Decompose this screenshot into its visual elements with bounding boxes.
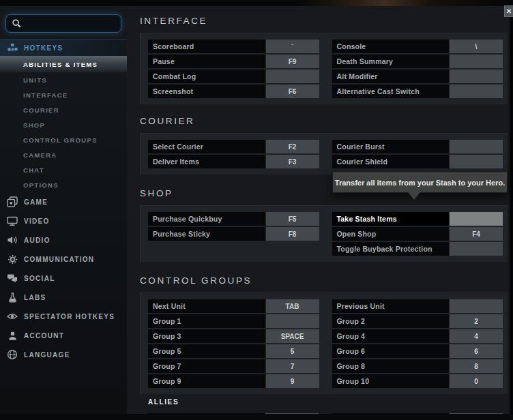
hotkey-binding[interactable]: TAB	[266, 299, 319, 313]
hotkey-binding[interactable]: F6	[266, 85, 319, 98]
hotkey-row-console[interactable]: Console \	[332, 40, 503, 53]
hotkey-row-scoreboard[interactable]: Scoreboard `	[148, 40, 319, 53]
sidebar-item-labs[interactable]: LABS	[0, 288, 127, 307]
hotkey-binding[interactable]	[450, 140, 503, 153]
hotkey-row-group-2[interactable]: Group 2 2	[332, 314, 503, 328]
sidebar-item-game[interactable]: GAME	[0, 192, 127, 211]
hotkey-row-group-1[interactable]: Group 1	[148, 314, 319, 328]
hotkey-row-courier-burst[interactable]: Courier Burst	[332, 140, 503, 153]
hotkey-binding[interactable]: F5	[266, 212, 319, 226]
hotkey-binding[interactable]	[450, 242, 503, 256]
sidebar-item-audio[interactable]: AUDIO	[0, 230, 127, 250]
hotkey-binding[interactable]	[450, 85, 503, 98]
hotkey-binding[interactable]: 5	[266, 344, 319, 358]
hotkey-binding[interactable]: 8	[450, 359, 503, 373]
hotkey-row-pause[interactable]: Pause F9	[148, 55, 319, 68]
settings-sidebar: HOTKEYS ABILITIES & ITEMS UNITS INTERFAC…	[0, 6, 127, 414]
hotkey-row-combat-log[interactable]: Combat Log	[148, 70, 319, 83]
chat-bubbles-icon	[7, 273, 18, 284]
audio-icon	[7, 235, 18, 245]
globe-icon	[7, 349, 18, 360]
hotkey-binding[interactable]: F8	[266, 227, 319, 241]
hotkey-binding[interactable]: SPACE	[266, 329, 319, 343]
hotkey-row-toggle-buyback-protection[interactable]: Toggle Buyback Protection	[332, 242, 503, 256]
sidebar-item-abilities-items[interactable]: ABILITIES & ITEMS	[0, 56, 127, 72]
hotkey-action-label: Next Unit	[148, 299, 265, 313]
hotkeys-settings-main: INTERFACE Scoreboard ` Console \ Pause F…	[127, 6, 510, 414]
hotkey-action-label: Courier Shield	[332, 155, 450, 168]
hotkey-binding[interactable]	[266, 70, 319, 83]
hotkey-binding[interactable]: \	[450, 40, 503, 53]
hotkey-binding[interactable]: F3	[266, 155, 319, 168]
hotkey-row-group-10[interactable]: Group 10 0	[332, 374, 503, 388]
hotkey-row-alt-modifier[interactable]: Alt Modifier	[332, 70, 503, 83]
sidebar-item-control-groups[interactable]: CONTROL GROUPS	[0, 132, 127, 147]
hotkey-row-purchase-quickbuy[interactable]: Purchase Quickbuy F5	[148, 212, 319, 226]
sidebar-item-shop[interactable]: SHOP	[0, 117, 127, 132]
hotkey-binding[interactable]	[450, 212, 503, 226]
sidebar-item-camera[interactable]: CAMERA	[0, 147, 127, 162]
video-icon	[7, 215, 18, 226]
sidebar-item-interface[interactable]: INTERFACE	[0, 87, 127, 102]
hotkey-binding[interactable]: F9	[266, 55, 319, 68]
hotkey-binding[interactable]: F4	[450, 227, 503, 241]
hotkey-row-group-9[interactable]: Group 9 9	[148, 374, 319, 388]
sidebar-item-chat[interactable]: CHAT	[0, 162, 127, 177]
close-button[interactable]: ✕	[504, 5, 513, 17]
hotkey-row-death-summary[interactable]: Death Summary	[332, 55, 503, 68]
hotkey-row-deliver-items[interactable]: Deliver Items F3	[148, 155, 319, 168]
sidebar-item-account[interactable]: ACCOUNT	[0, 326, 127, 345]
hotkey-binding[interactable]: 9	[266, 374, 319, 388]
search-input[interactable]	[29, 19, 134, 29]
hotkey-binding[interactable]: F2	[266, 140, 319, 153]
hotkey-binding[interactable]	[450, 55, 503, 68]
hotkey-action-label: Group 9	[148, 374, 265, 388]
hotkey-row-select-courier[interactable]: Select Courier F2	[148, 140, 319, 153]
hotkey-action-label: Group 2	[332, 314, 450, 328]
hotkey-row-group-6[interactable]: Group 6 6	[332, 344, 503, 358]
hotkey-row-screenshot[interactable]: Screenshot F6	[148, 85, 319, 98]
sidebar-item-video[interactable]: VIDEO	[0, 211, 127, 230]
sidebar-item-courier[interactable]: COURIER	[0, 102, 127, 117]
eye-icon	[7, 311, 18, 322]
hotkey-row-alternative-cast-switch[interactable]: Alternative Cast Switch	[332, 85, 503, 98]
hotkey-binding[interactable]: 0	[450, 374, 503, 388]
sidebar-item-spectator-hotkeys[interactable]: SPECTATOR HOTKEYS	[0, 307, 127, 326]
sidebar-item-social[interactable]: SOCIAL	[0, 269, 127, 288]
hotkey-action-label: Screenshot	[148, 85, 265, 98]
hotkey-row-courier-shield[interactable]: Courier Shield	[332, 155, 503, 168]
sidebar-item-communication[interactable]: COMMUNICATION	[0, 250, 127, 269]
sidebar-item-label: OPTIONS	[23, 181, 59, 189]
hotkey-action-label: Purchase Sticky	[148, 227, 265, 241]
hotkey-row-group-3[interactable]: Group 3 SPACE	[148, 329, 319, 343]
bottom-background-strip	[0, 414, 513, 420]
hotkey-row-take-stash-items[interactable]: Take Stash Items	[332, 212, 503, 226]
hotkey-binding[interactable]: 4	[450, 329, 503, 343]
hotkey-row-group-7[interactable]: Group 7 7	[148, 359, 319, 373]
hotkey-binding[interactable]: `	[266, 40, 319, 53]
hotkey-row-next-unit[interactable]: Next Unit TAB	[148, 299, 319, 313]
hotkey-action-label: Courier Burst	[332, 140, 450, 153]
hotkey-binding[interactable]: 2	[450, 314, 503, 328]
hotkey-binding[interactable]	[450, 70, 503, 83]
hotkey-row-purchase-sticky[interactable]: Purchase Sticky F8	[148, 227, 319, 241]
hotkey-row-group-4[interactable]: Group 4 4	[332, 329, 503, 343]
close-icon: ✕	[506, 7, 512, 15]
hotkey-binding[interactable]	[450, 299, 503, 313]
sidebar-item-label: CAMERA	[23, 151, 57, 159]
sidebar-item-units[interactable]: UNITS	[0, 72, 127, 87]
search-box[interactable]	[5, 14, 121, 33]
hotkey-binding[interactable]: 7	[266, 359, 319, 373]
hotkey-row-open-shop[interactable]: Open Shop F4	[332, 227, 503, 241]
sidebar-item-hotkeys[interactable]: HOTKEYS	[0, 39, 127, 56]
hotkey-row-previous-unit[interactable]: Previous Unit	[332, 299, 503, 313]
hotkey-binding[interactable]: 6	[450, 344, 503, 358]
sidebar-item-language[interactable]: LANGUAGE	[0, 345, 127, 364]
sidebar-item-options[interactable]: OPTIONS	[0, 177, 127, 192]
allies-subtitle: ALLIES	[148, 398, 510, 406]
hotkey-binding[interactable]	[450, 155, 503, 168]
hotkey-binding[interactable]	[266, 314, 319, 328]
hotkey-row-group-8[interactable]: Group 8 8	[332, 359, 503, 373]
hotkey-action-label: Pause	[148, 55, 265, 68]
hotkey-row-group-5[interactable]: Group 5 5	[148, 344, 319, 358]
